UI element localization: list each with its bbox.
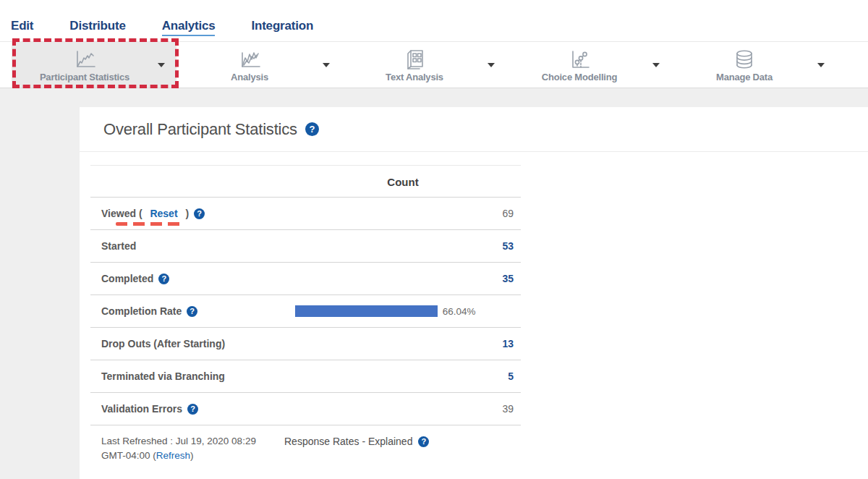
analytics-toolbar: Participant Statistics Analysis (0, 41, 868, 88)
table-row-started: Started 53 (90, 230, 521, 263)
row-label-text: Started (101, 240, 136, 252)
row-value: 69 (502, 208, 514, 219)
toolbar-item-label: Manage Data (716, 72, 773, 82)
table-row-completion-rate: Completion Rate 66.04% (90, 295, 521, 328)
row-label: Validation Errors (101, 403, 198, 415)
last-refreshed-line1: Last Refreshed : Jul 19, 2020 08:29 (101, 436, 256, 446)
text-analysis-button-body: Text Analysis (341, 42, 488, 88)
toolbar-item-analysis[interactable]: Analysis (176, 42, 341, 88)
chevron-down-icon[interactable] (488, 63, 495, 67)
row-value: 35 (502, 273, 514, 284)
choice-modelling-button-body: Choice Modelling (506, 42, 652, 88)
panel-header: Overall Participant Statistics (80, 107, 868, 152)
table-footer: Last Refreshed : Jul 19, 2020 08:29 GMT-… (90, 434, 521, 463)
row-value: 5 (508, 370, 514, 382)
toolbar-item-label: Participant Statistics (40, 72, 129, 82)
response-rates-explained: Response Rates - Explained (284, 434, 429, 449)
row-label: Viewed ( Reset ) (101, 208, 205, 219)
analysis-button-body: Analysis (176, 42, 323, 88)
row-label: Started (101, 240, 136, 252)
row-label-text: Completion Rate (101, 305, 182, 317)
manage-data-button-body: Manage Data (671, 42, 817, 88)
nav-tab-integration[interactable]: Integration (251, 19, 313, 36)
table-row-validation-errors: Validation Errors 39 (90, 393, 521, 425)
count-column-header: Count (295, 166, 511, 198)
last-refreshed-text: Last Refreshed : Jul 19, 2020 08:29 GMT-… (90, 434, 284, 463)
nav-tab-edit[interactable]: Edit (11, 19, 33, 36)
participant-statistics-table: Count Viewed ( Reset ) 69 Started 53 Com… (90, 165, 521, 425)
table-row-completed: Completed 35 (90, 263, 521, 295)
last-refreshed-line2: GMT-04:00 ( (101, 450, 156, 461)
chevron-down-icon[interactable] (158, 63, 165, 67)
row-label-text: Validation Errors (101, 403, 182, 415)
chevron-down-icon[interactable] (817, 63, 825, 67)
chevron-down-icon[interactable] (652, 63, 660, 67)
toolbar-item-participant-statistics[interactable]: Participant Statistics (12, 42, 176, 88)
help-icon[interactable] (194, 208, 205, 219)
row-value: 13 (502, 338, 514, 349)
table-row-drop-outs: Drop Outs (After Starting) 13 (90, 328, 521, 360)
main-nav: Edit Distribute Analytics Integration (0, 0, 868, 36)
nav-tab-analytics[interactable]: Analytics (162, 19, 216, 36)
completion-rate-percent: 66.04% (443, 306, 476, 317)
help-icon[interactable] (187, 404, 198, 415)
row-label: Drop Outs (After Starting) (101, 338, 225, 349)
row-label: Completed (101, 273, 169, 284)
participant-statistics-button-body: Participant Statistics (12, 42, 158, 88)
row-label-text: Completed (101, 273, 153, 284)
annotation-underline (116, 222, 182, 226)
toolbar-item-text-analysis[interactable]: Text Analysis (341, 42, 506, 88)
help-icon[interactable] (305, 122, 319, 136)
table-row-viewed: Viewed ( Reset ) 69 (90, 198, 521, 230)
toolbar-item-manage-data[interactable]: Manage Data (671, 42, 836, 88)
completion-rate-bar-fill (295, 305, 438, 317)
page-title: Overall Participant Statistics (103, 120, 297, 139)
toolbar-item-label: Choice Modelling (542, 72, 617, 82)
toolbar-item-choice-modelling[interactable]: Choice Modelling (506, 42, 671, 88)
row-value: 39 (502, 403, 514, 415)
table-row-terminated: Terminated via Branching 5 (90, 360, 521, 393)
content-panel: Overall Participant Statistics Count Vie… (80, 107, 868, 479)
completion-rate-bar: 66.04% (295, 305, 511, 317)
row-label-text: Viewed ( (101, 208, 145, 219)
chevron-down-icon[interactable] (323, 63, 330, 67)
last-refreshed-line2-suffix: ) (190, 450, 194, 461)
zigzag-chart-icon (237, 48, 262, 69)
row-label-text: ) (183, 208, 190, 219)
toolbar-item-label: Text Analysis (386, 72, 443, 82)
row-label: Terminated via Branching (101, 370, 225, 382)
reset-link[interactable]: Reset (150, 208, 177, 219)
line-chart-icon (72, 48, 97, 69)
refresh-link[interactable]: Refresh (156, 450, 190, 461)
top-bar: Edit Distribute Analytics Integration (0, 0, 868, 41)
help-icon[interactable] (418, 436, 429, 447)
response-rates-label: Response Rates - Explained (284, 436, 412, 447)
help-icon[interactable] (158, 274, 169, 284)
row-label-text: Terminated via Branching (101, 370, 225, 382)
document-grid-icon (402, 48, 427, 69)
row-label: Completion Rate (101, 305, 197, 317)
scatter-trend-icon (567, 48, 592, 69)
help-icon[interactable] (187, 306, 197, 317)
row-label-text: Drop Outs (After Starting) (101, 338, 225, 349)
table-header-row: Count (90, 165, 521, 198)
nav-tab-distribute[interactable]: Distribute (69, 19, 125, 36)
database-icon (732, 48, 757, 69)
row-value: 53 (502, 240, 514, 252)
toolbar-item-label: Analysis (231, 72, 268, 82)
